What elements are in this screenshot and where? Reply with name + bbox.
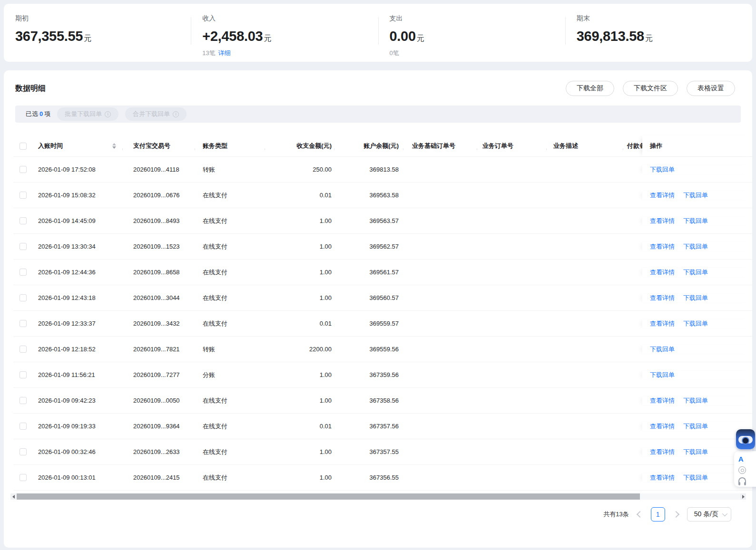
cell-balance: 369561.57	[334, 269, 403, 276]
scroll-right-arrow-icon[interactable]	[740, 493, 746, 500]
cell-account-type: 分账	[195, 371, 265, 379]
download-receipt-link[interactable]: 下载回单	[683, 319, 708, 328]
cell-time: 2026-01-09 00:13:01	[33, 474, 123, 481]
row-checkbox[interactable]	[20, 320, 27, 327]
download-receipt-link[interactable]: 下载回单	[650, 165, 675, 174]
prev-page-icon[interactable]	[637, 511, 643, 518]
cell-amount: 1.00	[265, 294, 334, 301]
download-receipt-link[interactable]: 下载回单	[683, 473, 708, 482]
cell-actions: 查看详情下载回单	[642, 242, 752, 251]
download-receipt-link[interactable]: 下载回单	[683, 268, 708, 277]
cell-amount: 1.00	[265, 371, 334, 378]
cell-account-type: 在线支付	[195, 217, 265, 225]
income-count: 13笔	[202, 49, 215, 57]
col-header-action: 操作	[642, 135, 752, 156]
page-size-select[interactable]: 50 条/页	[687, 507, 731, 521]
row-checkbox[interactable]	[20, 217, 27, 224]
cell-time: 2026-01-09 09:42:23	[33, 397, 123, 404]
download-receipt-link[interactable]: 下载回单	[650, 371, 675, 379]
headset-icon[interactable]	[738, 477, 746, 483]
page-number-button[interactable]: 1	[651, 507, 665, 521]
view-detail-link[interactable]: 查看详情	[650, 242, 675, 251]
row-checkbox[interactable]	[20, 423, 27, 430]
view-detail-link[interactable]: 查看详情	[650, 294, 675, 302]
row-checkbox[interactable]	[20, 346, 27, 353]
info-icon[interactable]	[105, 111, 111, 117]
download-receipt-link[interactable]: 下载回单	[683, 242, 708, 251]
row-checkbox[interactable]	[20, 397, 27, 404]
cell-balance: 369559.56	[334, 346, 403, 353]
assistant-widget: A	[734, 429, 756, 487]
view-detail-link[interactable]: 查看详情	[650, 422, 675, 431]
download-receipt-link[interactable]: 下载回单	[683, 422, 708, 431]
cell-account-type: 在线支付	[195, 242, 265, 251]
row-checkbox-cell	[13, 243, 33, 250]
view-detail-link[interactable]: 查看详情	[650, 448, 675, 456]
scroll-left-arrow-icon[interactable]	[10, 493, 16, 500]
ending-value: 369,813.58元	[577, 29, 752, 44]
row-checkbox[interactable]	[20, 371, 27, 378]
download-file-area-button[interactable]: 下载文件区	[623, 81, 678, 96]
cell-account-type: 在线支付	[195, 422, 265, 431]
cell-time: 2026-01-09 12:44:36	[33, 269, 123, 276]
view-detail-link[interactable]: 查看详情	[650, 191, 675, 200]
batch-download-button[interactable]: 批量下载回单	[57, 107, 118, 121]
income-detail-link[interactable]: 详细	[218, 49, 231, 57]
assistant-panel: A	[734, 451, 756, 487]
download-receipt-link[interactable]: 下载回单	[683, 396, 708, 405]
view-detail-link[interactable]: 查看详情	[650, 319, 675, 328]
cell-balance: 367359.56	[334, 371, 403, 378]
row-checkbox-cell	[13, 294, 33, 301]
next-page-icon[interactable]	[673, 511, 679, 518]
cell-transaction-id: 20260109...8658	[123, 269, 195, 276]
info-icon[interactable]	[173, 111, 179, 117]
selection-suffix: 项	[44, 110, 50, 117]
view-detail-link[interactable]: 查看详情	[650, 473, 675, 482]
download-receipt-link[interactable]: 下载回单	[683, 448, 708, 456]
view-detail-link[interactable]: 查看详情	[650, 217, 675, 225]
row-checkbox-cell	[13, 192, 33, 199]
beginning-value: 367,355.55元	[15, 29, 191, 44]
download-receipt-link[interactable]: 下载回单	[683, 294, 708, 302]
sort-icon[interactable]	[112, 143, 116, 149]
cell-account-type: 在线支付	[195, 294, 265, 302]
table-row: 2026-01-09 11:56:21 20260109...7277 分账 1…	[13, 362, 752, 388]
table-settings-button[interactable]: 表格设置	[687, 81, 735, 96]
row-checkbox[interactable]	[20, 269, 27, 276]
cell-balance: 367356.55	[334, 474, 403, 481]
row-checkbox[interactable]	[20, 294, 27, 301]
merge-download-button[interactable]: 合并下载回单	[125, 107, 187, 121]
row-checkbox[interactable]	[20, 166, 27, 173]
ending-unit: 元	[645, 34, 653, 42]
cell-time: 2026-01-09 15:08:32	[33, 192, 123, 199]
beginning-label: 期初	[15, 14, 191, 23]
view-detail-link[interactable]: 查看详情	[650, 396, 675, 405]
expense-count: 0笔	[390, 49, 399, 57]
batch-download-label: 批量下载回单	[65, 110, 102, 118]
horizontal-scrollbar[interactable]	[10, 493, 746, 500]
download-receipt-link[interactable]: 下载回单	[683, 217, 708, 225]
assistant-robot-icon[interactable]	[736, 429, 755, 449]
view-detail-link[interactable]: 查看详情	[650, 268, 675, 277]
row-checkbox-cell	[13, 346, 33, 353]
download-receipt-link[interactable]: 下载回单	[650, 345, 675, 354]
select-all-checkbox[interactable]	[20, 143, 27, 150]
cell-actions: 下载回单	[642, 165, 752, 174]
cell-time: 2026-01-09 17:52:08	[33, 166, 123, 173]
page-title: 数据明细	[15, 84, 46, 94]
assistant-help-icon[interactable]	[738, 466, 746, 474]
panel-header: 数据明细 下载全部 下载文件区 表格设置	[4, 81, 752, 96]
scrollbar-thumb[interactable]	[17, 493, 640, 500]
table-row: 2026-01-09 00:32:46 20260109...2633 在线支付…	[13, 439, 752, 465]
income-sub: 13笔详细	[202, 49, 378, 58]
cell-amount: 1.00	[265, 397, 334, 404]
download-receipt-link[interactable]: 下载回单	[683, 191, 708, 200]
row-checkbox[interactable]	[20, 243, 27, 250]
row-checkbox[interactable]	[20, 448, 27, 455]
assistant-a-button[interactable]: A	[738, 455, 756, 463]
cell-amount: 1.00	[265, 269, 334, 276]
download-all-button[interactable]: 下载全部	[566, 81, 614, 96]
row-checkbox[interactable]	[20, 192, 27, 199]
cell-account-type: 在线支付	[195, 268, 265, 277]
row-checkbox[interactable]	[20, 474, 27, 481]
